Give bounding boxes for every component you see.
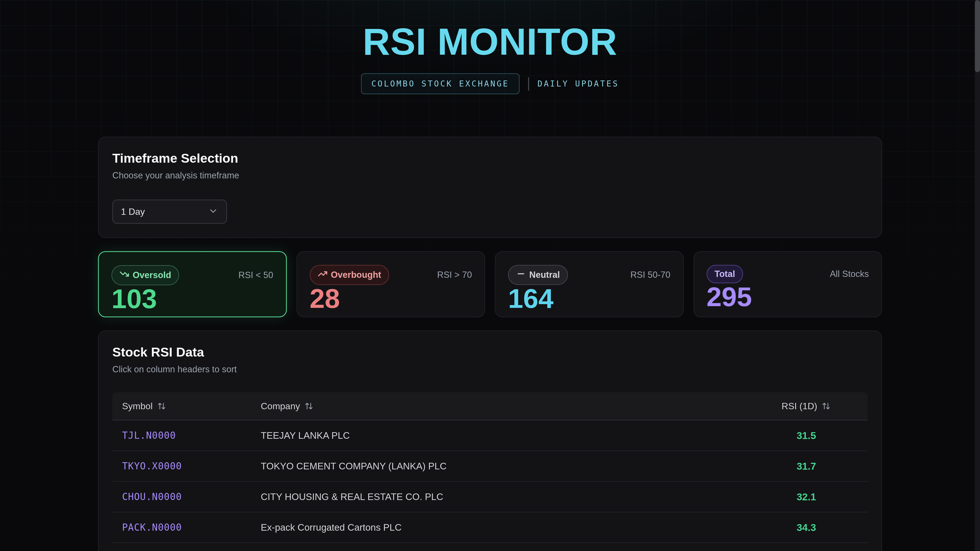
stat-card-neutral-top: Neutral RSI 50-70 xyxy=(508,265,671,285)
column-header-symbol[interactable]: Symbol xyxy=(112,401,251,411)
neutral-badge-label: Neutral xyxy=(529,270,560,280)
timeframe-select[interactable]: 1 Day xyxy=(112,200,227,224)
column-header-rsi-label: RSI (1D) xyxy=(782,401,817,411)
arrow-up-down-icon xyxy=(822,402,830,410)
table-row: CSLK.N0000 CABLE SOLUTIONS PLC 35.5 xyxy=(112,543,868,551)
neutral-badge: Neutral xyxy=(508,265,568,285)
column-header-company[interactable]: Company xyxy=(251,401,696,411)
stock-table-card: Stock RSI Data Click on column headers t… xyxy=(98,330,882,551)
stat-card-oversold-top: Oversold RSI < 50 xyxy=(111,265,274,285)
stock-symbol: TKYO.X0000 xyxy=(112,460,251,472)
total-condition: All Stocks xyxy=(830,269,869,279)
table-subtitle: Click on column headers to sort xyxy=(112,364,868,375)
stock-rsi-value: 31.7 xyxy=(696,460,868,472)
table-header-row: Symbol Company RSI (1D) xyxy=(112,392,868,421)
table-title: Stock RSI Data xyxy=(112,345,868,360)
stock-symbol: TJL.N0000 xyxy=(112,430,251,441)
stock-rsi-value: 34.3 xyxy=(696,522,868,533)
page-header: RSI MONITOR COLOMBO STOCK EXCHANGE DAILY… xyxy=(98,0,882,94)
arrow-up-down-icon xyxy=(158,402,166,410)
neutral-condition: RSI 50-70 xyxy=(630,270,671,280)
subtitle-row: COLOMBO STOCK EXCHANGE DAILY UPDATES xyxy=(98,73,882,94)
subtitle-separator xyxy=(528,77,529,91)
chevron-down-icon xyxy=(208,206,218,218)
oversold-badge: Oversold xyxy=(111,265,179,285)
overbought-badge-label: Overbought xyxy=(331,270,382,280)
oversold-condition: RSI < 50 xyxy=(239,270,274,280)
overbought-count: 28 xyxy=(310,285,472,312)
stat-card-overbought[interactable]: Overbought RSI > 70 28 xyxy=(297,251,485,317)
trending-up-icon xyxy=(318,269,328,281)
oversold-badge-label: Oversold xyxy=(133,270,171,280)
stock-symbol: PACK.N0000 xyxy=(112,522,251,533)
stock-symbol: CHOU.N0000 xyxy=(112,491,251,502)
timeframe-card: Timeframe Selection Choose your analysis… xyxy=(98,137,882,238)
table-row: TKYO.X0000 TOKYO CEMENT COMPANY (LANKA) … xyxy=(112,451,868,482)
total-badge-label: Total xyxy=(715,269,735,279)
total-count: 295 xyxy=(706,283,869,310)
stock-table: Symbol Company RSI (1D) TJL.N0000 TEEJAY… xyxy=(112,392,868,551)
stock-company: CITY HOUSING & REAL ESTATE CO. PLC xyxy=(251,491,696,502)
page-scrollbar[interactable] xyxy=(975,0,980,551)
updates-label: DAILY UPDATES xyxy=(538,79,619,89)
table-row: TJL.N0000 TEEJAY LANKA PLC 31.5 xyxy=(112,421,868,451)
stock-rsi-value: 32.1 xyxy=(696,491,868,503)
timeframe-selected-value: 1 Day xyxy=(121,206,145,217)
stock-company: Ex-pack Corrugated Cartons PLC xyxy=(251,522,696,533)
stat-card-neutral[interactable]: Neutral RSI 50-70 164 xyxy=(495,251,684,317)
timeframe-subtitle: Choose your analysis timeframe xyxy=(112,170,868,181)
table-row: PACK.N0000 Ex-pack Corrugated Cartons PL… xyxy=(112,512,868,543)
overbought-condition: RSI > 70 xyxy=(437,270,472,280)
column-header-rsi[interactable]: RSI (1D) xyxy=(696,401,868,411)
trending-down-icon xyxy=(119,269,129,281)
arrow-up-down-icon xyxy=(305,402,313,410)
timeframe-title: Timeframe Selection xyxy=(112,151,868,166)
stock-company: TEEJAY LANKA PLC xyxy=(251,430,696,441)
stat-card-total[interactable]: Total All Stocks 295 xyxy=(694,251,882,317)
scrollbar-thumb[interactable] xyxy=(975,0,980,72)
overbought-badge: Overbought xyxy=(310,265,390,285)
stat-card-total-top: Total All Stocks xyxy=(706,265,869,283)
stock-company: TOKYO CEMENT COMPANY (LANKA) PLC xyxy=(251,461,696,472)
page-title: RSI MONITOR xyxy=(98,23,882,61)
stat-card-oversold[interactable]: Oversold RSI < 50 103 xyxy=(98,251,287,317)
stats-row: Oversold RSI < 50 103 Overbought RSI > 7… xyxy=(98,251,882,317)
stat-card-overbought-top: Overbought RSI > 70 xyxy=(310,265,472,285)
exchange-badge: COLOMBO STOCK EXCHANGE xyxy=(361,73,520,94)
neutral-count: 164 xyxy=(508,285,671,312)
total-badge: Total xyxy=(706,265,743,283)
oversold-count: 103 xyxy=(111,285,274,313)
stock-rsi-value: 31.5 xyxy=(696,430,868,441)
column-header-company-label: Company xyxy=(261,401,300,411)
table-row: CHOU.N0000 CITY HOUSING & REAL ESTATE CO… xyxy=(112,482,868,512)
column-header-symbol-label: Symbol xyxy=(122,401,153,411)
minus-icon xyxy=(516,269,526,281)
